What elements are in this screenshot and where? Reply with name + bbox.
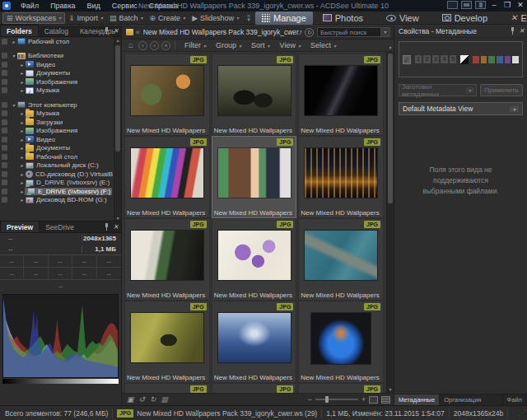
color-label-orange[interactable] [481,56,487,63]
copy-icon[interactable]: ▦ [161,395,169,404]
color-label-purple[interactable] [505,56,511,63]
mode-edit[interactable]: ✕ Edit [504,12,527,25]
tab-seedrive[interactable]: SeeDrive [40,222,80,232]
back-icon[interactable]: ‹ [138,41,147,50]
group-menu[interactable]: Group▾ [211,41,246,49]
rotate-right-icon[interactable]: ↻ [150,395,156,404]
file-item[interactable]: JPG [124,383,210,393]
file-item[interactable]: JPGNew Mixed HD Wallpapers Pack... [124,136,210,218]
tree-item[interactable]: ▸Загрузки [0,118,121,127]
workspaces-button[interactable]: ⊞ Workspaces▾ [2,12,65,24]
layout-split-icon[interactable] [461,1,472,9]
details-view-icon[interactable] [381,396,390,404]
menu-edit[interactable]: Правка [44,0,81,12]
grid-scrollbar[interactable]: ▾ [386,52,394,393]
resize-grip[interactable]: ⋰ [519,409,525,417]
color-label-none[interactable] [512,56,519,63]
breadcrumb[interactable]: New Mixed HD Wallpapers Pack 339_igoryk_… [143,28,301,36]
file-item[interactable]: JPGNew Mixed HD Wallpapers Pack... [124,54,210,136]
close-pane-icon[interactable]: ✕ [519,27,525,35]
tree-item[interactable]: ▾Библиотеки [0,52,121,61]
menu-tools[interactable]: Сервис [106,0,143,12]
toolbar-overflow-button[interactable]: »▾ [247,15,250,21]
thumbs-view-icon[interactable] [369,396,378,404]
file-item[interactable]: JPGNew Mixed HD Wallpapers Pack... [298,54,384,136]
slideshow-button[interactable]: ▶ Slideshow▾ [189,12,242,24]
rating-2[interactable]: 2 [423,55,431,63]
close-pane-icon[interactable]: ✕ [113,27,119,35]
file-item[interactable]: JPGNew Mixed HD Wallpapers Pack... [212,54,297,136]
rating-4[interactable]: 4 [441,55,448,63]
sync-icon[interactable]: ↻ [305,28,314,37]
tab-metadata[interactable]: Метаданные [394,394,440,405]
metadata-view-select[interactable]: Default Metadata View▾ [399,102,523,115]
maximize-button[interactable]: ❒ [502,1,512,9]
tree-scrollbar[interactable]: ▴▾ [114,37,121,221]
file-item[interactable]: JPGNew Mixed HD Wallpapers Pack... [298,301,384,383]
rating-5[interactable]: 5 [450,55,457,63]
filterbar-overflow-icon[interactable]: ▾ [389,44,391,50]
rating-3[interactable]: 3 [432,55,440,63]
sort-menu[interactable]: Sort▾ [246,41,275,49]
tree-item[interactable]: ▸Локальный диск (C:) [0,161,121,170]
tree-item[interactable]: ▸Документы [0,144,121,153]
minimize-button[interactable]: – [489,1,499,9]
import-button[interactable]: ⇓ Import▾ [65,12,106,24]
forward-icon[interactable]: › [150,41,159,50]
zoom-in-icon[interactable]: + [361,395,366,404]
color-label-green[interactable] [488,56,495,63]
rotate-left-icon[interactable]: ↺ [139,395,146,404]
tree-item[interactable]: ▸♪Музыка [0,86,121,96]
thumbnail-size-slider[interactable] [315,399,358,400]
file-item[interactable]: JPGNew Mixed HD Wallpapers Pack... [124,218,210,301]
up-icon[interactable]: ˄ [161,41,170,50]
tree-item[interactable]: ▸Видео [0,60,121,69]
menu-file[interactable]: Файл [15,0,44,12]
tree-item[interactable]: ▸Изображения [0,77,121,86]
layout-panel-icon[interactable] [475,1,486,9]
metadata-presets-select[interactable]: Заготовки метаданных▾ [399,84,477,96]
file-item[interactable]: JPGNew Mixed HD Wallpapers Pack... [298,218,384,301]
view-menu[interactable]: View▾ [275,41,305,49]
mode-photos[interactable]: Photos [316,12,370,25]
tree-item[interactable]: ▸Рабочий стол [0,152,121,161]
color-label-blue[interactable] [497,56,503,63]
tree-item[interactable]: ▸Рабочий стол [0,37,121,46]
tagged-checkbox[interactable]: ✓ [403,55,411,64]
tree-item[interactable]: ▸D_DRIVE (\\vboxsrv) (E:) [0,179,121,188]
search-dropdown-icon[interactable]: ▾ [381,27,390,37]
tree-item[interactable]: ▸Дисковод BD-ROM (G:) [0,196,121,205]
close-button[interactable]: ✕ [515,1,525,9]
file-item[interactable]: JPGNew Mixed HD Wallpapers Pack... [212,218,297,301]
rating-1[interactable]: 1 [415,55,422,63]
file-item-selected[interactable]: JPGNew Mixed HD Wallpapers Pack... [212,136,297,218]
tab-file[interactable]: Файл [503,394,527,405]
pin-icon[interactable] [105,27,109,35]
pin-icon[interactable] [511,27,515,35]
color-label-red[interactable] [473,56,479,63]
tab-catalog[interactable]: Catalog [39,26,74,36]
tree-item[interactable]: ▸Изображения [0,127,121,136]
tab-preview[interactable]: Preview [0,221,40,232]
layout-single-icon[interactable] [447,1,458,9]
tree-item[interactable]: ▾Этот компьютер [0,100,121,110]
menu-help[interactable]: Справка [143,0,184,12]
home-icon[interactable]: ⌂ [126,41,136,50]
tree-item[interactable]: ▸Видео [0,135,121,144]
create-button[interactable]: ⊕ Create▾ [147,12,189,24]
file-item[interactable]: JPG [298,383,384,393]
file-item[interactable]: JPGNew Mixed HD Wallpapers Pack... [298,136,384,218]
tree-item[interactable]: ▸Документы [0,69,121,78]
filter-menu[interactable]: Filter▾ [180,41,211,49]
close-pane-icon[interactable]: ✕ [113,223,119,231]
file-item[interactable]: JPGNew Mixed HD Wallpapers Pack... [212,301,297,383]
mode-view[interactable]: View [380,12,426,25]
mode-develop[interactable]: Develop [436,12,494,25]
share-image-icon[interactable]: ▣ [127,395,134,404]
tag-toggle-icon[interactable] [460,55,468,64]
menu-view[interactable]: Вид [82,0,106,12]
tree-item-selected[interactable]: ▸E_DRIVE (\\vboxsrv) (F:) [0,187,121,196]
apply-button[interactable]: Применить [480,84,523,96]
zoom-out-icon[interactable]: − [307,395,311,404]
pin-icon[interactable] [105,223,109,231]
